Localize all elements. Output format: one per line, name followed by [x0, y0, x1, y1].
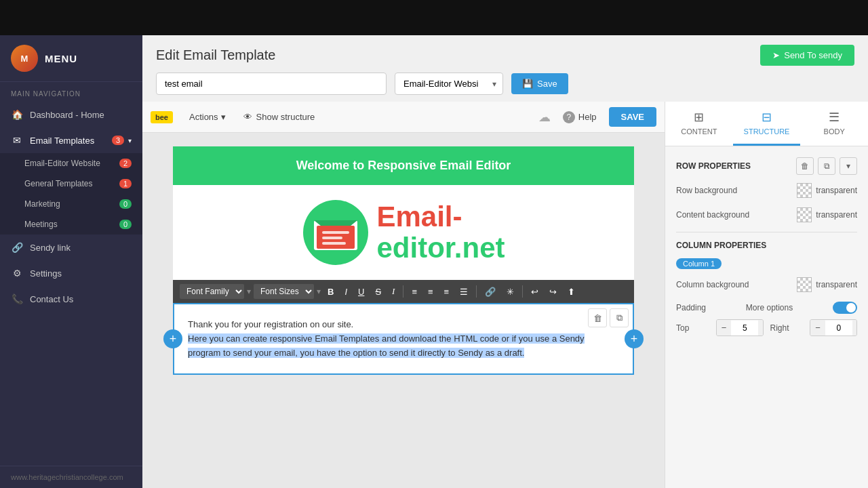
sidebar-item-sendy-link[interactable]: 🔗 Sendy link: [0, 235, 142, 260]
editor-save-button[interactable]: SAVE: [609, 107, 656, 127]
email-editor: bee Actions ▾ 👁 Show structure ☁ ? Help: [142, 102, 665, 488]
expand-button[interactable]: ⬆: [564, 285, 579, 299]
add-column-left-button[interactable]: +: [163, 329, 182, 348]
svg-rect-6: [322, 242, 346, 245]
padding-right-plus-button[interactable]: +: [852, 320, 857, 336]
special-char-button[interactable]: ✳: [502, 285, 518, 299]
align-justify-button[interactable]: ☰: [456, 285, 472, 299]
sub-badge-green: 0: [119, 220, 132, 229]
underline-button[interactable]: U: [354, 285, 368, 299]
template-name-input[interactable]: [156, 73, 387, 95]
show-structure-button[interactable]: 👁 Show structure: [238, 109, 321, 125]
sidebar-sub-item-meetings[interactable]: Meetings 0: [0, 214, 142, 235]
copy-row-button[interactable]: ⧉: [610, 308, 629, 327]
bold-button[interactable]: B: [323, 285, 338, 299]
sidebar-footer-url: www.heritagechristiancollege.com: [0, 466, 142, 488]
tab-structure[interactable]: ⊟ STRUCTURE: [733, 102, 801, 146]
email-templates-badge: 3: [112, 136, 124, 145]
sidebar-header: M MENU: [0, 35, 142, 82]
padding-right-input-group: − +: [810, 319, 857, 336]
align-right-button[interactable]: ≡: [440, 285, 454, 299]
align-left-button[interactable]: ≡: [408, 285, 421, 299]
sidebar-sub-item-general-templates[interactable]: General Templates 1: [0, 174, 142, 194]
chevron-down-icon: ▾: [128, 137, 132, 144]
row-background-value: transparent: [797, 183, 857, 198]
email-canvas[interactable]: Welcome to Responsive Email Editor: [142, 133, 665, 488]
avatar: M: [11, 45, 38, 72]
sidebar-email-submenu: Email-Editor Website 2 General Templates…: [0, 153, 142, 235]
content-background-label: Content background: [676, 210, 749, 220]
content-background-row: Content background transparent: [676, 207, 857, 222]
add-column-right-button[interactable]: +: [625, 329, 644, 348]
row-background-color-picker[interactable]: [797, 183, 812, 198]
content-background-text: transparent: [816, 210, 857, 220]
svg-rect-5: [322, 237, 342, 239]
tab-body[interactable]: ☰ BODY: [800, 102, 868, 146]
editor-toolbar: bee Actions ▾ 👁 Show structure ☁ ? Help: [142, 102, 665, 133]
right-panel-tabs: ⊞ CONTENT ⊟ STRUCTURE ☰ BODY: [665, 102, 868, 146]
send-icon: ➤: [772, 50, 780, 60]
column-background-value: transparent: [797, 277, 857, 292]
help-button[interactable]: ? Help: [557, 108, 602, 126]
sidebar-item-dashboard[interactable]: 🏠 Dashboard - Home: [0, 102, 142, 127]
padding-right-minus-button[interactable]: −: [810, 320, 825, 336]
italic-button[interactable]: I: [340, 285, 351, 299]
padding-top-minus-button[interactable]: −: [717, 320, 732, 336]
sidebar-item-contact-us[interactable]: 📞 Contact Us: [0, 286, 142, 312]
sidebar-item-email-templates[interactable]: ✉ Email Templates 3 ▾: [0, 127, 142, 153]
content-background-color-picker[interactable]: [797, 207, 812, 222]
actions-button[interactable]: Actions ▾: [184, 109, 231, 125]
row-background-label: Row background: [676, 186, 737, 195]
sub-item-label: Meetings: [24, 220, 58, 229]
sidebar-item-label: Email Templates: [30, 136, 94, 146]
selected-text: Here you can create responsive Email Tem…: [188, 333, 585, 358]
toolbar-separator: [476, 285, 477, 298]
link-icon: 🔗: [11, 241, 23, 253]
main-header: Edit Email Template ➤ Send To sendy: [142, 35, 868, 73]
more-options-toggle[interactable]: [833, 302, 857, 314]
template-select[interactable]: Email-Editor Websi: [395, 73, 503, 95]
send-to-sendy-button[interactable]: ➤ Send To sendy: [760, 45, 854, 66]
more-options-label: More options: [746, 303, 793, 312]
padding-top-input[interactable]: [731, 321, 758, 336]
sidebar-item-label: Sendy link: [30, 243, 71, 253]
align-center-button[interactable]: ≡: [424, 285, 437, 299]
link-button[interactable]: 🔗: [481, 285, 500, 299]
email-text-section: + + 🗑 ⧉ Thank you for your registration …: [173, 303, 634, 375]
delete-row-prop-button[interactable]: 🗑: [796, 157, 814, 175]
email-banner: Welcome to Responsive Email Editor: [173, 146, 634, 185]
main-content: Edit Email Template ➤ Send To sendy Emai…: [142, 35, 868, 488]
collapse-row-button[interactable]: ▾: [840, 157, 857, 175]
editor-area: bee Actions ▾ 👁 Show structure ☁ ? Help: [142, 102, 868, 488]
save-button[interactable]: 💾 Save: [511, 73, 568, 94]
tab-label: BODY: [824, 127, 845, 136]
padding-top-plus-button[interactable]: +: [758, 320, 763, 336]
column-background-text: transparent: [816, 280, 857, 289]
email-text-content: Thank you for your registration on our s…: [188, 318, 619, 360]
row-background-text: transparent: [816, 186, 857, 195]
email-logo-section: Email- editor.net: [173, 185, 634, 280]
column-background-color-picker[interactable]: [797, 277, 812, 292]
font-size-select[interactable]: Font Sizes: [254, 284, 314, 299]
sub-badge-green: 0: [119, 199, 132, 209]
delete-row-button[interactable]: 🗑: [588, 308, 607, 327]
sub-item-label: Marketing: [24, 199, 60, 209]
font-family-select[interactable]: Font Family: [180, 284, 244, 299]
phone-icon: 📞: [11, 293, 23, 305]
template-controls: Email-Editor Websi ▾ 💾 Save: [142, 73, 868, 102]
sidebar-sub-item-editor-website[interactable]: Email-Editor Website 2: [0, 153, 142, 174]
right-panel-content: ROW PROPERTIES 🗑 ⧉ ▾ Row background tran…: [665, 146, 868, 488]
copy-row-prop-button[interactable]: ⧉: [818, 157, 835, 175]
redo-button[interactable]: ↪: [545, 285, 561, 299]
tab-content[interactable]: ⊞ CONTENT: [665, 102, 733, 146]
padding-right-input[interactable]: [825, 321, 852, 336]
svg-rect-4: [322, 231, 349, 234]
email-editor-text: Email- editor.net: [376, 201, 505, 264]
undo-button[interactable]: ↩: [527, 285, 542, 299]
sidebar-sub-item-marketing[interactable]: Marketing 0: [0, 194, 142, 214]
strikethrough-button[interactable]: S: [371, 285, 385, 299]
save-icon: 💾: [522, 79, 533, 89]
italic-serif-button[interactable]: I: [388, 284, 399, 299]
sidebar-item-settings[interactable]: ⚙ Settings: [0, 260, 142, 286]
row-properties-section: ROW PROPERTIES 🗑 ⧉ ▾: [676, 157, 857, 175]
